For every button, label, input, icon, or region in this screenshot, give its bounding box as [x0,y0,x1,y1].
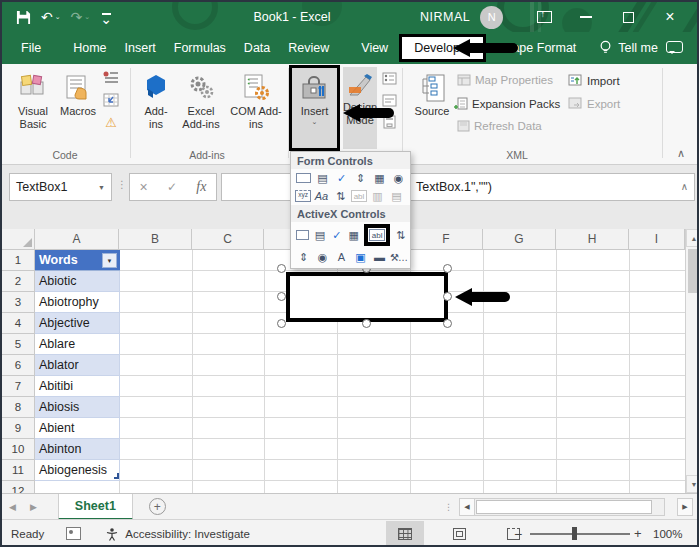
tab-home[interactable]: Home [64,32,115,64]
form-label-icon[interactable]: Aa [313,189,330,204]
save-button[interactable] [16,10,31,25]
use-relative-references-button[interactable] [102,92,120,108]
scroll-down-icon[interactable]: ▼ [686,475,699,493]
maximize-button[interactable] [607,2,649,32]
activex-combo-box-icon[interactable]: ▤ [312,228,327,243]
selection-handle[interactable] [443,264,452,273]
activex-toggle-button-icon[interactable]: ▬ [371,250,388,265]
visual-basic-button[interactable]: Visual Basic [10,67,56,131]
zoom-slider-thumb[interactable] [572,527,577,540]
activex-text-box-icon[interactable]: abl [369,229,385,241]
scroll-right-icon[interactable]: ▶ [677,498,693,516]
excel-add-ins-button[interactable]: Excel Add-ins [176,67,226,131]
activex-text-box-highlight[interactable]: abl [364,224,390,246]
activex-image-icon[interactable]: ▣ [352,250,369,265]
form-button-icon[interactable] [296,173,311,183]
row-header[interactable]: 8 [2,397,35,418]
accessibility-status[interactable]: Accessibility: Investigate [105,527,250,541]
cell-a8[interactable]: Abiosis [35,397,120,418]
tab-review[interactable]: Review [279,32,338,64]
tab-formulas[interactable]: Formulas [165,32,235,64]
row-header[interactable]: 12 [2,481,35,493]
macros-button[interactable]: Macros [58,67,98,118]
form-check-box-icon[interactable]: ✓ [333,171,350,186]
table-header-cell[interactable]: Words ▼ [35,250,120,271]
selection-handle[interactable] [443,319,452,328]
cell-a5[interactable]: Ablare [35,334,120,355]
row-header[interactable]: 6 [2,355,35,376]
textbox-control[interactable] [286,272,448,322]
insert-controls-button[interactable]: Insert ⌄ [289,65,340,151]
normal-view-button[interactable] [386,521,424,547]
col-header-g[interactable]: G [483,229,556,250]
tab-file[interactable]: File [12,32,50,64]
add-ins-button[interactable]: Add-ins [138,67,174,131]
expansion-packs-button[interactable]: Expansion Packs [454,97,560,110]
formula-bar-splitter[interactable]: ⋮ [117,179,128,190]
form-spin-button-icon[interactable]: ⇕ [352,171,369,186]
col-header-b[interactable]: B [119,229,192,250]
account-area[interactable]: NIRMAL N [420,2,503,32]
tab-bar-splitter[interactable]: ⋮ [444,502,453,512]
tab-data[interactable]: Data [235,32,279,64]
cell-a2[interactable]: Abiotic [35,271,120,292]
tell-me[interactable]: Tell me [599,40,658,56]
form-group-box-icon[interactable]: xyz [295,190,311,202]
activex-list-box-icon[interactable]: ▦ [346,228,361,243]
macro-security-button[interactable]: ⚠ [102,114,120,130]
comments-icon[interactable] [666,41,683,53]
record-macro-status-icon[interactable] [66,527,81,540]
cell-a3[interactable]: Abiotrophy [35,292,120,313]
form-option-button-icon[interactable]: ◉ [390,171,407,186]
activex-scroll-bar-icon[interactable]: ⇅ [393,228,408,243]
formula-bar-expand-icon[interactable]: ∧ [681,181,688,192]
page-break-view-button[interactable] [494,521,532,547]
activex-more-controls-icon[interactable]: ⚒… [390,250,407,265]
record-macro-button[interactable] [102,70,120,86]
properties-button[interactable] [380,70,398,86]
activex-label-icon[interactable]: A [333,250,350,265]
cell-a7[interactable]: Abitibi [35,376,120,397]
sheet-nav-prev-icon[interactable]: ◀ [2,502,23,512]
cell-a10[interactable]: Abinton [35,439,120,460]
com-add-ins-button[interactable]: COM Add-ins [228,67,284,131]
cell-a11[interactable]: Abiogenesis [35,460,120,481]
scroll-left-icon[interactable]: ◀ [459,498,475,516]
row-header[interactable]: 7 [2,376,35,397]
activex-command-button-icon[interactable] [296,230,309,240]
col-header-a[interactable]: A [35,229,119,250]
horizontal-scroll-thumb[interactable] [476,500,652,514]
selection-handle[interactable] [443,292,452,301]
selection-handle[interactable] [277,319,286,328]
row-header[interactable]: 9 [2,418,35,439]
col-header-f[interactable]: F [410,229,483,250]
enter-icon[interactable]: ✓ [167,180,177,194]
tab-insert[interactable]: Insert [116,32,165,64]
vertical-scrollbar[interactable]: ▲ ▼ [685,229,699,493]
activex-check-box-icon[interactable]: ✓ [329,228,344,243]
import-button[interactable]: Import [568,74,620,87]
new-sheet-button[interactable]: + [149,498,166,515]
row-header[interactable]: 4 [2,313,35,334]
row-header[interactable]: 1 [2,250,35,271]
table-resize-handle[interactable] [114,473,119,479]
zoom-out-button[interactable]: − [514,526,522,542]
undo-button[interactable]: ↶⌄ [41,9,61,25]
ribbon-display-options-button[interactable] [523,2,565,32]
close-button[interactable]: × [649,2,691,32]
row-header[interactable]: 2 [2,271,35,292]
name-box-dropdown-icon[interactable]: ▼ [98,184,105,191]
activex-spin-button-icon[interactable]: ⇕ [295,250,312,265]
collapse-ribbon-button[interactable]: ∧ [677,147,685,160]
customize-qat-button[interactable]: ⌄ [100,13,112,21]
scroll-up-icon[interactable]: ▲ [686,229,699,247]
cell-a4[interactable]: Abjective [35,313,120,334]
cell-a9[interactable]: Abient [35,418,120,439]
vertical-scroll-thumb[interactable] [688,249,699,293]
row-header[interactable]: 3 [2,292,35,313]
redo-button[interactable]: ↷⌄ [71,9,91,25]
cell-a6[interactable]: Ablator [35,355,120,376]
cancel-icon[interactable]: × [140,179,148,195]
selection-handle[interactable] [362,319,371,328]
form-list-box-icon[interactable]: ▦ [371,171,388,186]
